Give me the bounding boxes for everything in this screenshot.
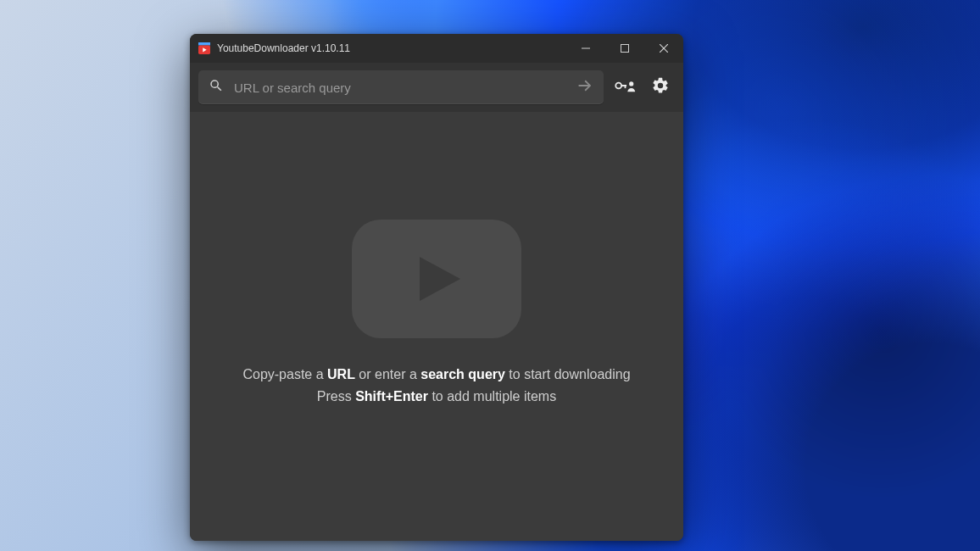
window-title: YoutubeDownloader v1.10.11 <box>217 42 350 54</box>
hint-text: Copy-paste a URL or enter a search query… <box>217 364 655 407</box>
search-input[interactable] <box>232 80 571 96</box>
maximize-button[interactable] <box>605 34 644 63</box>
gear-icon <box>651 76 670 98</box>
auth-button[interactable] <box>610 73 639 102</box>
hint-line-1: Copy-paste a URL or enter a search query… <box>242 364 630 386</box>
close-button[interactable] <box>644 34 683 63</box>
app-icon <box>198 42 210 54</box>
svg-point-10 <box>629 81 633 86</box>
hint-line-2: Press Shift+Enter to add multiple items <box>242 386 630 408</box>
toolbar <box>190 63 683 112</box>
youtube-placeholder-icon <box>352 220 521 338</box>
empty-state: Copy-paste a URL or enter a search query… <box>190 112 683 541</box>
window-controls <box>566 34 683 63</box>
svg-rect-9 <box>625 85 626 88</box>
key-user-icon <box>614 77 636 97</box>
submit-arrow-icon[interactable] <box>571 73 597 102</box>
search-box[interactable] <box>198 70 604 104</box>
svg-point-7 <box>615 83 621 89</box>
search-icon <box>209 78 224 97</box>
settings-button[interactable] <box>646 73 675 102</box>
app-window: YoutubeDownloader v1.10.11 <box>190 34 683 541</box>
minimize-button[interactable] <box>566 34 605 63</box>
svg-rect-4 <box>621 45 629 53</box>
titlebar[interactable]: YoutubeDownloader v1.10.11 <box>190 34 683 63</box>
svg-rect-0 <box>198 42 210 46</box>
